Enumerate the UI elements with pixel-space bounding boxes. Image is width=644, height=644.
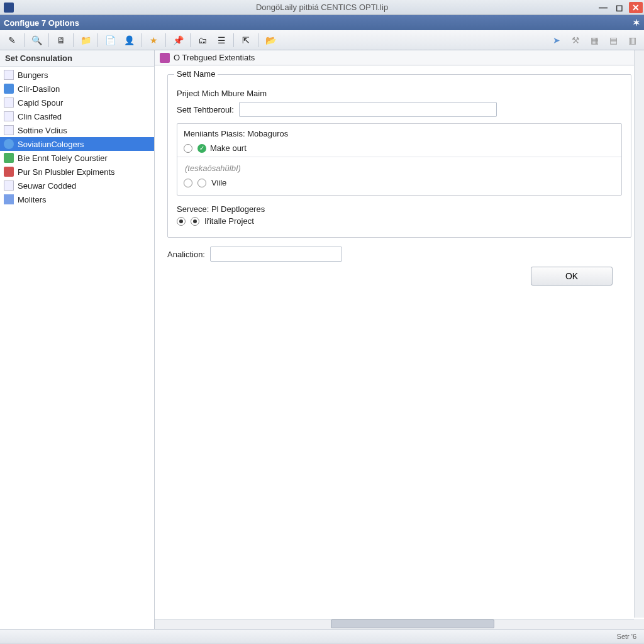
- group-legend: Sett Name: [174, 69, 218, 79]
- opt-viile[interactable]: Viile: [184, 175, 615, 190]
- tree-item-label: Bíe Ennt Tolely Courstier: [18, 153, 108, 163]
- field1-input[interactable]: [239, 102, 497, 117]
- main-panel: O Trebgued Extentiats Sett Name Priject …: [155, 50, 644, 629]
- minimize-button[interactable]: —: [596, 2, 610, 13]
- statusbar: Setr '6: [0, 629, 644, 643]
- radio-icon-2: [197, 179, 206, 187]
- app-icon: [4, 3, 14, 13]
- ok-button[interactable]: OK: [531, 267, 613, 286]
- page-icon: [4, 125, 14, 135]
- list-icon[interactable]: ☰: [214, 33, 229, 48]
- tree-item[interactable]: Capid Spour: [0, 96, 154, 109]
- window-title: DongöLaily pitbiá CENTICS OPTl.lip: [256, 3, 388, 12]
- monitor-icon[interactable]: 🖥: [53, 33, 69, 48]
- page-icon: [4, 97, 14, 108]
- sidebar-header: Set Consnulation: [0, 50, 154, 67]
- hint-text: (teskaösahülbI): [184, 161, 615, 175]
- subgroup-meniiants: Meniiants Piasis: Mobaguros ✓ Make ourt …: [177, 123, 622, 196]
- opt1-label: Make ourt: [210, 143, 247, 153]
- search-icon[interactable]: 🔍: [29, 33, 44, 48]
- tab-icon: [160, 53, 170, 63]
- settings-gear-icon[interactable]: ✶: [633, 18, 640, 28]
- tree-item[interactable]: Clir-Dasilon: [0, 82, 154, 96]
- analiction-label: Analiction:: [167, 250, 205, 259]
- opt2-label: Viile: [211, 178, 226, 187]
- service-label: Servece: Pl Deptlogeres: [177, 204, 622, 214]
- open-icon[interactable]: 📂: [263, 33, 278, 48]
- subheader: Configue 7 Options ✶: [0, 15, 644, 30]
- page-icon: [4, 180, 14, 191]
- blue-icon: [4, 84, 14, 94]
- tree-item-label: Pur Sn Plusbler Expiments: [18, 167, 115, 177]
- tree-item-label: Clir-Dasilon: [18, 84, 60, 94]
- tree-item[interactable]: Pur Sn Plusbler Expiments: [0, 165, 154, 179]
- main-tab[interactable]: O Trebgued Extentiats: [155, 50, 644, 65]
- tree-item-label: Moliters: [18, 195, 47, 204]
- vertical-scrollbar[interactable]: [634, 50, 644, 618]
- subgroup-legend: Meniiants Piasis: Mobaguros: [184, 129, 615, 138]
- pin-icon[interactable]: 📌: [170, 33, 186, 48]
- tree-item[interactable]: SoviatiunCologers: [0, 137, 154, 151]
- grid1-icon[interactable]: ▦: [587, 33, 602, 48]
- app-icon-tb[interactable]: 🗂: [195, 33, 210, 48]
- page-icon: [4, 70, 14, 80]
- tree-item[interactable]: Moliters: [0, 192, 154, 206]
- tree-item[interactable]: Sottine Vclius: [0, 123, 154, 137]
- edit-icon[interactable]: ✎: [4, 33, 19, 48]
- grid3-icon[interactable]: ▥: [625, 33, 640, 48]
- nav-icon[interactable]: ➤: [549, 33, 564, 48]
- group-sett-name: Sett Name Priject Mich Mbure Maim Sett T…: [167, 74, 631, 238]
- doc-icon[interactable]: 📄: [103, 33, 118, 48]
- tree-item[interactable]: Clin Casifed: [0, 109, 154, 123]
- toolbar: ✎ 🔍 🖥 📁 📄 👤 ★ 📌 🗂 ☰ ⇱ 📂 ➤ ⚒ ▦ ▤ ▥: [0, 30, 644, 50]
- service-opt-row[interactable]: Iřitalle Project: [177, 214, 622, 228]
- radio-icon: [184, 179, 192, 187]
- analiction-input[interactable]: [210, 247, 342, 262]
- tool-icon[interactable]: ⚒: [568, 33, 583, 48]
- tree-item-label: Clin Casifed: [18, 112, 62, 121]
- page-icon: [4, 111, 14, 121]
- close-button[interactable]: ✕: [629, 2, 643, 13]
- tree-item-label: Seuwar Codded: [18, 181, 76, 191]
- subheader-title: Configue 7 Options: [4, 18, 79, 28]
- tree-item[interactable]: Bungers: [0, 68, 154, 82]
- star-icon[interactable]: ★: [146, 33, 161, 48]
- db-icon: [4, 139, 14, 149]
- horizontal-scrollbar[interactable]: [155, 619, 634, 629]
- radio-icon: [184, 144, 192, 153]
- export-icon[interactable]: ⇱: [238, 33, 253, 48]
- tab-title: O Trebgued Extentiats: [174, 53, 255, 62]
- tree: BungersClir-DasilonCapid SpourClin Casif…: [0, 67, 154, 208]
- opt-make-ourt[interactable]: ✓ Make ourt: [184, 141, 615, 155]
- titlebar: DongöLaily pitbiá CENTICS OPTl.lip — ◻ ✕: [0, 0, 644, 15]
- sidebar: Set Consnulation BungersClir-DasilonCapi…: [0, 50, 155, 629]
- tree-item[interactable]: Bíe Ennt Tolely Courstier: [0, 151, 154, 165]
- project-label: Priject Mich Mbure Maim: [177, 89, 267, 98]
- grid2-icon[interactable]: ▤: [606, 33, 621, 48]
- service-opt-label: Iřitalle Project: [204, 216, 254, 226]
- tree-item[interactable]: Seuwar Codded: [0, 179, 154, 192]
- red-icon: [4, 167, 14, 177]
- folder-icon[interactable]: 📁: [78, 33, 93, 48]
- tree-item-label: SoviatiunCologers: [18, 140, 84, 149]
- scrollbar-thumb[interactable]: [331, 619, 494, 628]
- green-icon: [4, 153, 14, 163]
- maximize-button[interactable]: ◻: [613, 2, 626, 13]
- user-red-icon[interactable]: 👤: [121, 33, 136, 48]
- wiz-icon: [4, 194, 14, 204]
- tree-item-label: Bungers: [18, 70, 48, 80]
- scroll-corner: [634, 619, 644, 629]
- radio-checked-icon-2: [191, 217, 199, 226]
- radio-checked-icon: [177, 217, 186, 226]
- check-ok-icon: ✓: [197, 144, 206, 153]
- status-right: Setr '6: [617, 633, 644, 640]
- tree-item-label: Sottine Vclius: [18, 126, 67, 135]
- tree-item-label: Capid Spour: [18, 98, 63, 108]
- field1-label: Sett Tehtberoul:: [177, 105, 234, 114]
